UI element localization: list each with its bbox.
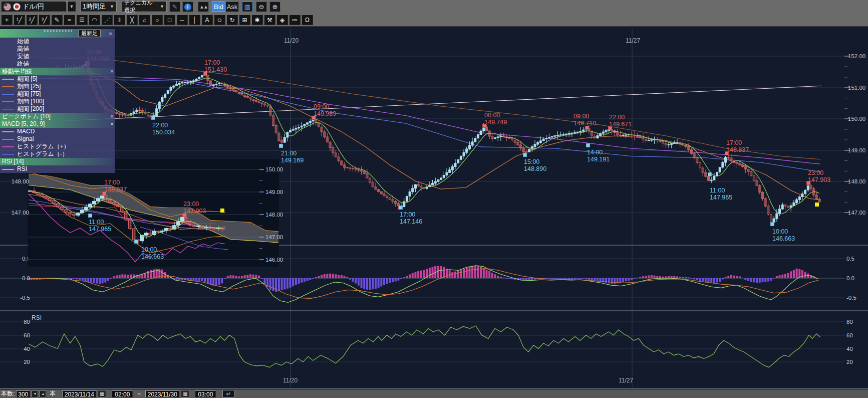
rsi-axis-label: 80 [846, 319, 853, 325]
legend-swatch-icon [2, 139, 14, 140]
legend-item-8[interactable]: 期間 [100] [0, 98, 115, 105]
legend-item-15[interactable]: ヒストグラム（-） [0, 150, 115, 158]
bar-unit-label: 本 [50, 389, 56, 398]
crosshair-tool[interactable]: ＋ [1, 15, 13, 25]
pair-dropdown-arrow-icon[interactable]: ▼ [67, 1, 76, 12]
drag-hand-tool[interactable]: ✱ [251, 15, 263, 25]
vertical-grid-lines-tool[interactable]: ‖ [114, 15, 125, 25]
indicator-legend[interactable]: 最新足 × 始値高値安値終値移動平均線×期間 [5]期間 [25]期間 [75]… [0, 29, 115, 173]
peak-bottom-price-label: 147.146 [400, 218, 422, 225]
rsi-axis-label: 60 [846, 332, 853, 338]
chevron-down-icon: ▼ [160, 4, 164, 9]
icon-stamp-tool[interactable]: ☺ [214, 15, 225, 25]
legend-section-close-icon[interactable]: × [109, 113, 115, 120]
from-time-input[interactable]: 02:00 [112, 390, 133, 397]
zoom-in-icon[interactable]: ⊕ [269, 2, 280, 12]
vertical-line-tool[interactable]: │ [189, 15, 200, 25]
bar-count-input[interactable]: 300 [16, 390, 30, 397]
inset-axis-label: 149.00 [265, 189, 283, 195]
legend-item-12[interactable]: MACD [0, 128, 115, 135]
adjust-tool[interactable]: ⚒ [264, 15, 275, 25]
ask-button[interactable]: Ask [225, 2, 239, 12]
legend-section-close-icon[interactable]: × [109, 68, 115, 75]
legend-item-2[interactable]: 安値 [0, 53, 115, 60]
chart-canvas[interactable]: 11/2011/270.50.50.00.0-0.5-0.58080606040… [0, 0, 868, 398]
magnet-tool[interactable]: Ω [302, 15, 313, 25]
chevron-down-icon: ▼ [110, 4, 114, 9]
peak-bottom-price-label: 150.034 [152, 129, 175, 136]
fan-lines-tool[interactable]: ⋰ [101, 15, 113, 25]
duplicate-tool[interactable]: ⊞ [239, 15, 250, 25]
count-increment-button[interactable]: ▲ [40, 390, 46, 397]
ellipse-tool[interactable]: ○ [151, 15, 163, 25]
peak-bottom-time-label: 09:00 [314, 103, 329, 110]
multi-horizontal-lines-tool[interactable]: ☰ [76, 15, 88, 25]
peak-bottom-price-label: 149.749 [484, 119, 507, 126]
pentagon-tool[interactable]: ⌂ [139, 15, 150, 25]
date-label: 11/20 [283, 377, 298, 384]
time-shift-tool[interactable]: ↻ [226, 15, 238, 25]
legend-section-10[interactable]: ピークボトム [10]× [0, 113, 115, 120]
legend-item-17[interactable]: RSI [0, 165, 115, 173]
technical-selector[interactable]: テクニカル選択 ▼ [122, 1, 167, 12]
peak-bottom-price-label: 148.837 [104, 186, 127, 193]
rsi-title: RSI [32, 314, 42, 321]
fibonacci-arc-tool[interactable]: ◠ [89, 15, 100, 25]
horizontal-line-tool[interactable]: ─ [176, 15, 188, 25]
rsi-axis-label: 60 [24, 332, 30, 338]
apply-return-button[interactable]: ↵ [222, 390, 234, 397]
text-tool[interactable]: A [201, 15, 213, 25]
chart-application: 11/2011/270.50.50.00.0-0.5-0.58080606040… [0, 0, 868, 398]
legend-close-icon[interactable]: × [108, 31, 113, 37]
trendline-1-tool[interactable]: ¹╱ [14, 15, 25, 25]
rectangle-tool[interactable]: □ [164, 15, 175, 25]
legend-item-0[interactable]: 始値 [0, 38, 115, 45]
latest-bar-button[interactable]: 最新足 [78, 30, 101, 37]
pencil-tool[interactable]: ✎ [51, 15, 63, 25]
legend-item-9[interactable]: 期間 [200] [0, 105, 115, 113]
draw-pencil-icon[interactable]: ✎ [169, 2, 180, 12]
count-decrement-button[interactable]: ▼ [32, 390, 38, 397]
info-icon[interactable]: i [182, 2, 193, 12]
peak-bottom-price-label: 149.710 [573, 120, 596, 127]
to-date-calendar-icon[interactable]: ▦ [181, 390, 189, 397]
trendline-3-tool[interactable]: ³╱ [39, 15, 50, 25]
from-date-calendar-icon[interactable]: ▦ [98, 390, 106, 397]
pair-selector[interactable]: ドル/円 [1, 1, 67, 12]
price-axis-label-left: 147.00 [12, 210, 29, 216]
peak-bottom-price-label: 147.965 [710, 194, 732, 201]
to-date-input[interactable]: 2023/11/30 [145, 390, 179, 397]
to-time-input[interactable]: 03:00 [195, 390, 216, 397]
legend-item-13[interactable]: Signal [0, 135, 115, 143]
price-axis-label: 149.00 [848, 147, 865, 153]
legend-item-6[interactable]: 期間 [25] [0, 83, 115, 90]
rsi-panel: 8080606040402020RSI11/2011/27 [0, 314, 853, 384]
date-label: 11/27 [619, 377, 633, 384]
pitchfork-tool[interactable]: ╳ [126, 15, 138, 25]
eraser-tool[interactable]: ◈ [276, 15, 288, 25]
trendline-2-tool[interactable]: ²╱ [26, 15, 38, 25]
peak-bottom-time-label: 11:00 [89, 219, 104, 226]
bid-button[interactable]: Bid [212, 2, 225, 12]
legend-section-16[interactable]: RSI [14] [0, 158, 115, 165]
parallel-lines-tool[interactable]: ＝ [64, 15, 75, 25]
legend-item-3[interactable]: 終値 [0, 60, 115, 68]
mountain-chart-icon[interactable]: ▲▲ [198, 2, 209, 12]
timeframe-selector[interactable]: 1時間足 ▼ [80, 1, 117, 12]
legend-item-7[interactable]: 期間 [75] [0, 90, 115, 98]
candlestick-chart-icon[interactable]: ▥ [242, 2, 253, 12]
drag-handle-icon[interactable] [44, 30, 72, 32]
legend-section-4[interactable]: 移動平均線× [0, 68, 115, 75]
legend-header[interactable]: 最新足 × [0, 29, 115, 38]
zoom-out-icon[interactable]: ⊖ [256, 2, 267, 12]
legend-item-5[interactable]: 期間 [5] [0, 75, 115, 83]
legend-section-close-icon[interactable]: × [109, 120, 115, 128]
legend-item-14[interactable]: ヒストグラム（+） [0, 143, 115, 150]
from-date-input[interactable]: 2023/11/14 [62, 390, 96, 397]
legend-section-11[interactable]: MACD [5, 20, 9]× [0, 120, 115, 128]
object-list-tool[interactable]: ≔ [289, 15, 301, 25]
legend-swatch-icon [2, 131, 14, 132]
legend-item-1[interactable]: 高値 [0, 45, 115, 53]
inset-axis-label: 147.00 [265, 234, 283, 240]
inset-axis-label: 150.00 [265, 166, 283, 172]
